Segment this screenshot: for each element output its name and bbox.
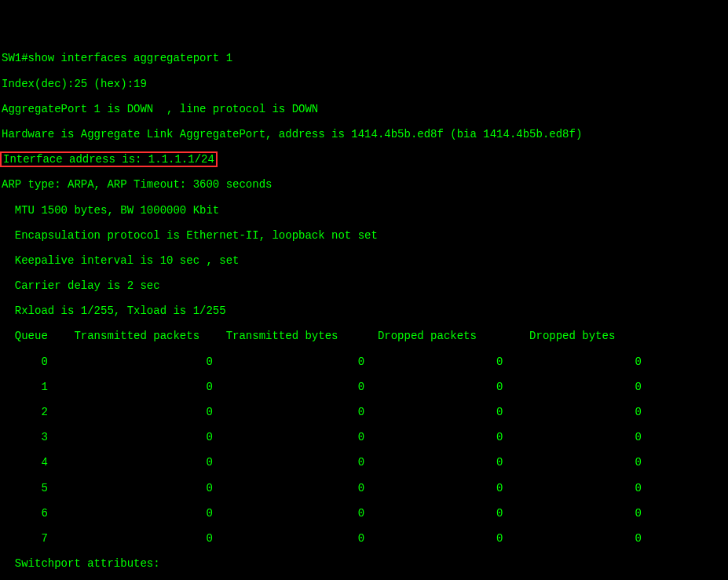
queue-row-0: 0 0 0 0 0 (2, 356, 726, 368)
output-mtu: MTU 1500 bytes, BW 1000000 Kbit (2, 204, 726, 217)
output-index: Index(dec):25 (hex):19 (2, 78, 726, 90)
queue-header: Queue Transmitted packets Transmitted by… (2, 330, 726, 342)
output-carrier: Carrier delay is 2 sec (2, 279, 726, 292)
queue-row-3: 3 0 0 0 0 (2, 431, 726, 443)
queue-row-5: 5 0 0 0 0 (2, 482, 726, 494)
queue-row-4: 4 0 0 0 0 (2, 456, 726, 469)
output-status: AggregatePort 1 is DOWN , line protocol … (2, 103, 726, 115)
queue-row-6: 6 0 0 0 0 (2, 507, 726, 520)
output-load: Rxload is 1/255, Txload is 1/255 (2, 305, 726, 317)
output-encap: Encapsulation protocol is Ethernet-II, l… (2, 229, 726, 242)
output-arp: ARP type: ARPA, ARP Timeout: 3600 second… (2, 178, 726, 191)
output-iface-addr-wrapper: Interface address is: 1.1.1.1/24 (2, 153, 726, 166)
command-text: show interfaces aggregateport 1 (28, 52, 232, 64)
queue-row-2: 2 0 0 0 0 (2, 406, 726, 418)
output-keepalive: Keepalive interval is 10 sec , set (2, 254, 726, 267)
switchport-header: Switchport attributes: (2, 557, 726, 570)
queue-row-1: 1 0 0 0 0 (2, 381, 726, 393)
output-hardware: Hardware is Aggregate Link AggregatePort… (2, 128, 726, 140)
prompt: SW1# (2, 52, 28, 64)
command-line[interactable]: SW1#show interfaces aggregateport 1 (2, 52, 726, 64)
highlighted-interface-address: Interface address is: 1.1.1.1/24 (0, 151, 218, 167)
queue-row-7: 7 0 0 0 0 (2, 532, 726, 545)
